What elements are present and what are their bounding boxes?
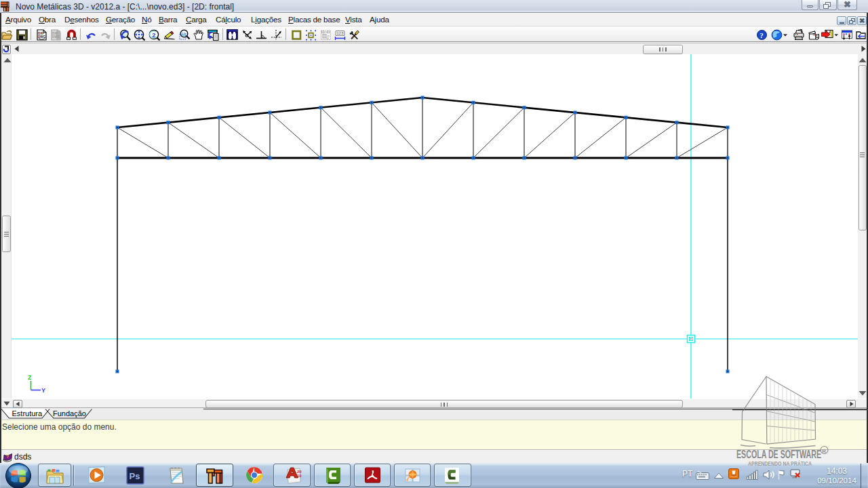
svg-text:R: R (822, 448, 826, 454)
svg-text:10: 10 (297, 474, 302, 478)
svg-text:?: ? (5, 453, 9, 459)
svg-text:Ps: Ps (130, 471, 140, 481)
svg-text:Z: Z (28, 374, 32, 381)
svg-text:Fundação: Fundação (53, 409, 86, 418)
svg-text:ESCOLA DE SOFTWARE: ESCOLA DE SOFTWARE (736, 448, 821, 460)
svg-text:?: ? (760, 31, 764, 39)
svg-text:Estrutura: Estrutura (12, 409, 43, 418)
svg-text:DWG: DWG (38, 35, 45, 39)
svg-text:APRENDENDO NA PRÁTICA: APRENDENDO NA PRÁTICA (748, 460, 812, 467)
svg-text:2: 2 (152, 32, 155, 39)
svg-text:DWG: DWG (52, 35, 60, 39)
svg-text:Y: Y (41, 387, 45, 394)
svg-text:123: 123 (336, 31, 343, 35)
